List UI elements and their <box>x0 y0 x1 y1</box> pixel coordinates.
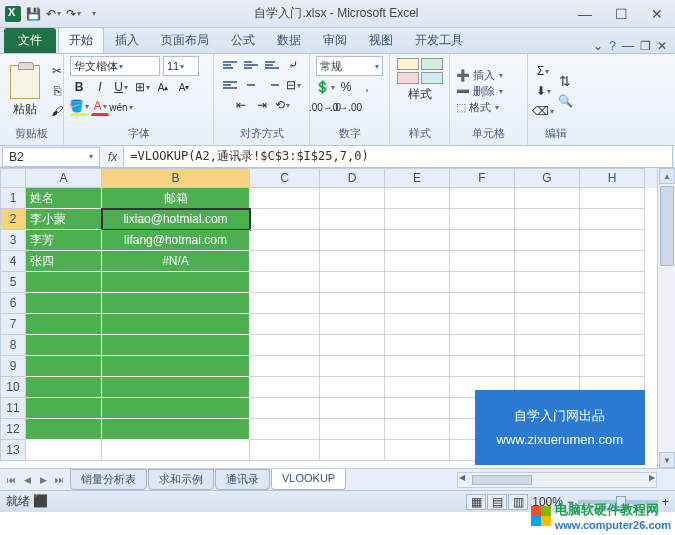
align-right-icon[interactable] <box>263 76 281 94</box>
cell-E8[interactable] <box>385 335 450 356</box>
cell-H9[interactable] <box>580 356 645 377</box>
cell-B11[interactable] <box>102 398 250 419</box>
cell-F2[interactable] <box>450 209 515 230</box>
undo-icon[interactable]: ↶▾ <box>44 5 62 23</box>
tab-layout[interactable]: 页面布局 <box>150 27 220 53</box>
scroll-up-icon[interactable]: ▲ <box>659 168 675 184</box>
cell-E13[interactable] <box>385 440 450 461</box>
cell-G3[interactable] <box>515 230 580 251</box>
cell-F1[interactable] <box>450 188 515 209</box>
sheet-tab-3[interactable]: VLOOKUP <box>271 469 346 490</box>
delete-cells-button[interactable]: ➖删除▾ <box>456 84 503 99</box>
comma-icon[interactable]: , <box>358 78 376 96</box>
row-header-2[interactable]: 2 <box>0 209 26 230</box>
cell-H3[interactable] <box>580 230 645 251</box>
vertical-scrollbar[interactable]: ▲ ▼ <box>657 168 675 468</box>
border-button[interactable]: ⊞▾ <box>133 78 151 96</box>
cell-C3[interactable] <box>250 230 320 251</box>
tab-home[interactable]: 开始 <box>58 27 104 53</box>
cell-D2[interactable] <box>320 209 385 230</box>
cell-C5[interactable] <box>250 272 320 293</box>
maximize-button[interactable]: ☐ <box>607 4 635 24</box>
cell-B1[interactable]: 邮箱 <box>102 188 250 209</box>
cell-F9[interactable] <box>450 356 515 377</box>
number-format-select[interactable]: 常规▾ <box>316 56 383 76</box>
cell-D12[interactable] <box>320 419 385 440</box>
cell-B4[interactable]: #N/A <box>102 251 250 272</box>
cell-D11[interactable] <box>320 398 385 419</box>
col-header-G[interactable]: G <box>515 168 580 188</box>
row-header-1[interactable]: 1 <box>0 188 26 209</box>
col-header-E[interactable]: E <box>385 168 450 188</box>
percent-icon[interactable]: % <box>337 78 355 96</box>
decrease-decimal-icon[interactable]: .0→.00 <box>337 98 355 116</box>
last-sheet-icon[interactable]: ⏭ <box>52 472 66 488</box>
cell-D3[interactable] <box>320 230 385 251</box>
cell-B12[interactable] <box>102 419 250 440</box>
minimize-button[interactable]: — <box>571 4 599 24</box>
align-bottom-icon[interactable] <box>263 56 281 74</box>
row-header-3[interactable]: 3 <box>0 230 26 251</box>
cell-C9[interactable] <box>250 356 320 377</box>
cell-D4[interactable] <box>320 251 385 272</box>
minimize-ribbon-icon[interactable]: ⌄ <box>593 39 603 53</box>
cell-A9[interactable] <box>26 356 102 377</box>
tab-view[interactable]: 视图 <box>358 27 404 53</box>
doc-minimize-icon[interactable]: — <box>622 39 634 53</box>
cell-D7[interactable] <box>320 314 385 335</box>
formula-input[interactable]: =VLOOKUP(A2,通讯录!$C$3:$I$25,7,0) <box>123 145 673 168</box>
doc-close-icon[interactable]: ✕ <box>657 39 667 53</box>
cell-G8[interactable] <box>515 335 580 356</box>
cell-C12[interactable] <box>250 419 320 440</box>
row-header-6[interactable]: 6 <box>0 293 26 314</box>
select-all-corner[interactable] <box>0 168 26 188</box>
prev-sheet-icon[interactable]: ◀ <box>20 472 34 488</box>
page-break-view-icon[interactable]: ▥ <box>508 494 528 510</box>
close-button[interactable]: ✕ <box>643 4 671 24</box>
cell-A7[interactable] <box>26 314 102 335</box>
sheet-tab-1[interactable]: 求和示例 <box>148 469 214 490</box>
align-center-icon[interactable] <box>242 76 260 94</box>
tab-review[interactable]: 审阅 <box>312 27 358 53</box>
cell-C11[interactable] <box>250 398 320 419</box>
cell-E9[interactable] <box>385 356 450 377</box>
bold-button[interactable]: B <box>70 78 88 96</box>
cell-A3[interactable]: 李芳 <box>26 230 102 251</box>
col-header-A[interactable]: A <box>26 168 102 188</box>
cell-B9[interactable] <box>102 356 250 377</box>
cell-H8[interactable] <box>580 335 645 356</box>
name-box[interactable]: B2▾ <box>2 147 100 167</box>
cell-H2[interactable] <box>580 209 645 230</box>
cell-A10[interactable] <box>26 377 102 398</box>
cell-G2[interactable] <box>515 209 580 230</box>
cell-G1[interactable] <box>515 188 580 209</box>
cell-B3[interactable]: lifang@hotmai.com <box>102 230 250 251</box>
cell-H4[interactable] <box>580 251 645 272</box>
merge-cells-icon[interactable]: ⊟▾ <box>284 76 302 94</box>
cell-C2[interactable] <box>250 209 320 230</box>
save-icon[interactable]: 💾 <box>24 5 42 23</box>
font-name-select[interactable]: 华文楷体▾ <box>70 56 160 76</box>
row-header-10[interactable]: 10 <box>0 377 26 398</box>
cell-E12[interactable] <box>385 419 450 440</box>
cell-A2[interactable]: 李小蒙 <box>26 209 102 230</box>
cell-F3[interactable] <box>450 230 515 251</box>
cell-B5[interactable] <box>102 272 250 293</box>
sort-filter-icon[interactable]: ⇅ <box>556 72 574 90</box>
find-select-icon[interactable]: 🔍 <box>556 92 574 110</box>
first-sheet-icon[interactable]: ⏮ <box>4 472 18 488</box>
row-header-13[interactable]: 13 <box>0 440 26 461</box>
cell-C7[interactable] <box>250 314 320 335</box>
row-header-9[interactable]: 9 <box>0 356 26 377</box>
cell-E5[interactable] <box>385 272 450 293</box>
cell-E6[interactable] <box>385 293 450 314</box>
cell-C6[interactable] <box>250 293 320 314</box>
file-tab[interactable]: 文件 <box>4 28 56 53</box>
autosum-icon[interactable]: Σ▾ <box>534 62 552 80</box>
cell-C1[interactable] <box>250 188 320 209</box>
align-middle-icon[interactable] <box>242 56 260 74</box>
row-header-7[interactable]: 7 <box>0 314 26 335</box>
cell-B2[interactable]: lixiao@hotmial.com <box>102 209 250 230</box>
cell-B6[interactable] <box>102 293 250 314</box>
cell-G4[interactable] <box>515 251 580 272</box>
